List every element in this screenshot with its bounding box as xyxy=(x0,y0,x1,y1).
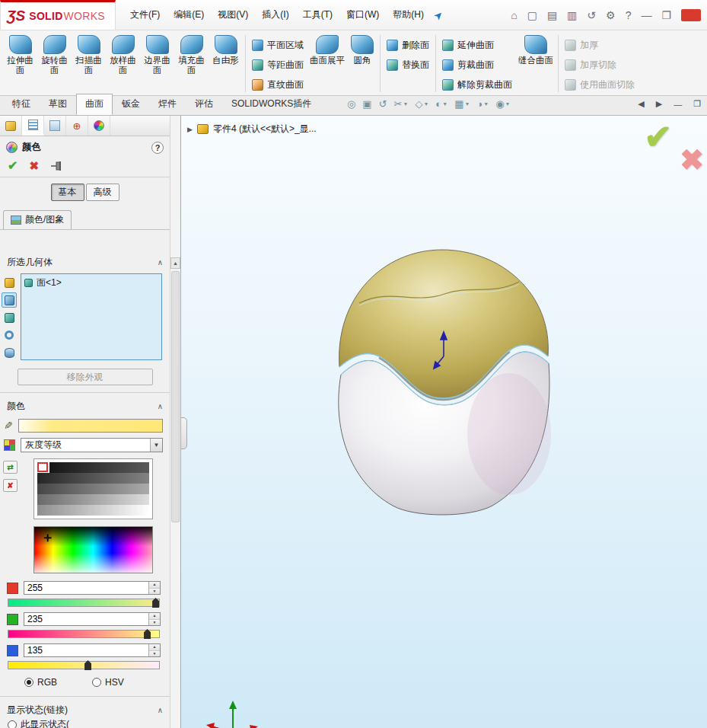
spin-up-icon[interactable]: ▲ xyxy=(149,613,160,620)
palette-row[interactable] xyxy=(37,505,149,516)
confirm-cancel-button[interactable]: ✖ xyxy=(680,143,704,177)
collapse-chevron-icon[interactable]: ∧ xyxy=(158,402,163,410)
geometry-list-item[interactable]: 面<1> xyxy=(21,274,161,292)
fillet-button[interactable]: 圆角 xyxy=(347,33,377,94)
extend-surface-button[interactable]: 延伸曲面 xyxy=(438,36,516,54)
palette-row[interactable] xyxy=(37,473,149,484)
collapse-chevron-icon[interactable]: ∧ xyxy=(158,258,163,267)
menu-window[interactable]: 窗口(W) xyxy=(339,5,386,25)
display-state-option[interactable]: 此显示状态( xyxy=(0,720,170,728)
scrollbar-thumb[interactable] xyxy=(171,271,180,522)
lofted-surface-button[interactable]: 放样曲面 xyxy=(106,33,140,94)
displaymanager-tab[interactable] xyxy=(88,116,110,136)
spin-down-icon[interactable]: ▼ xyxy=(149,589,160,595)
thickened-cut-button[interactable]: 加厚切除 xyxy=(561,56,639,74)
palette-row[interactable] xyxy=(37,462,149,473)
red-input[interactable] xyxy=(24,582,148,594)
blue-slider[interactable] xyxy=(8,659,160,671)
remove-swatch-button[interactable]: ✘ xyxy=(3,479,18,492)
planar-surface-button[interactable]: 平面区域 xyxy=(248,36,307,54)
filter-loop-button[interactable] xyxy=(2,327,17,343)
red-slider[interactable] xyxy=(8,597,160,608)
doc-restore-icon[interactable]: ❐ xyxy=(693,99,701,109)
keep-visible-pin-icon[interactable] xyxy=(50,161,64,171)
flyout-feature-tree[interactable]: ▶ 零件4 (默认<<默认>_显... xyxy=(187,123,317,136)
help-icon[interactable]: ? xyxy=(626,9,632,21)
offset-surface-button[interactable]: 等距曲面 xyxy=(248,56,307,74)
palette-dropdown[interactable]: 灰度等级 ▼ xyxy=(21,438,163,452)
spin-down-icon[interactable]: ▼ xyxy=(149,620,160,626)
dimxpertmanager-tab[interactable]: ⊕ xyxy=(66,116,88,136)
scrollbar-up-icon[interactable]: ▲ xyxy=(170,257,180,269)
menu-help[interactable]: 帮助(H) xyxy=(386,5,431,25)
zoom-area-icon[interactable]: ▣ xyxy=(362,98,371,110)
open-icon[interactable]: ▤ xyxy=(547,9,557,21)
tab-solidworks-addins[interactable]: SOLIDWORKS插件 xyxy=(222,94,320,115)
blue-input[interactable] xyxy=(24,644,148,656)
green-slider[interactable] xyxy=(8,628,160,640)
panel-scrollbar[interactable]: ▲ xyxy=(170,116,180,728)
tab-evaluate[interactable]: 评估 xyxy=(186,94,222,115)
filter-face-button[interactable] xyxy=(2,310,17,325)
collapse-chevron-icon[interactable]: ∧ xyxy=(158,706,163,714)
window-close-button[interactable] xyxy=(681,9,701,21)
palette-row[interactable] xyxy=(37,484,149,494)
confirm-ok-button[interactable]: ✔ xyxy=(644,117,672,156)
save-icon[interactable]: ▥ xyxy=(567,9,577,21)
panel-help-button[interactable]: ? xyxy=(151,142,164,154)
filter-part-button[interactable] xyxy=(2,275,17,290)
flatten-surface-button[interactable]: 曲面展平 xyxy=(307,33,347,94)
tab-surfaces[interactable]: 曲面 xyxy=(76,94,113,115)
section-view-icon[interactable]: ✂▼ xyxy=(394,98,409,110)
egg-model[interactable] xyxy=(330,244,559,525)
swept-surface-button[interactable]: 扫描曲面 xyxy=(72,33,106,94)
menu-file[interactable]: 文件(F) xyxy=(123,5,167,25)
home-icon[interactable]: ⌂ xyxy=(511,9,517,21)
hide-show-items-icon[interactable]: ▦▼ xyxy=(454,98,470,110)
knit-surface-button[interactable]: 缝合曲面 xyxy=(516,33,556,94)
graphics-viewport[interactable]: ▶ 零件4 (默认<<默认>_显... ✔ ✖ xyxy=(181,116,707,728)
color-spectrum-picker[interactable]: ✛ xyxy=(33,526,153,573)
hsv-radio[interactable]: HSV xyxy=(92,677,124,688)
replace-face-button[interactable]: 替换面 xyxy=(383,56,433,74)
palette-row[interactable] xyxy=(37,494,149,505)
extruded-surface-button[interactable]: 拉伸曲面 xyxy=(3,33,37,94)
green-input[interactable] xyxy=(24,613,148,625)
propertymanager-tab[interactable] xyxy=(22,116,44,136)
revolved-surface-button[interactable]: 旋转曲面 xyxy=(37,33,72,94)
basic-mode-button[interactable]: 基本 xyxy=(51,184,84,201)
undo-icon[interactable]: ↺ xyxy=(587,9,596,21)
view-orientation-icon[interactable]: ◇▼ xyxy=(415,98,428,110)
window-minimize-icon[interactable]: — xyxy=(641,9,651,21)
view-settings-icon[interactable]: ◉▼ xyxy=(495,98,510,110)
panel-splitter-grip[interactable] xyxy=(181,417,187,449)
tab-scroll-left-icon[interactable]: ◀ xyxy=(638,99,644,109)
dropdown-arrow-icon[interactable]: ▼ xyxy=(150,439,162,452)
options-icon[interactable]: ⚙ xyxy=(606,9,616,21)
remove-appearance-button[interactable]: 移除外观 xyxy=(18,369,153,385)
rgb-radio[interactable]: RGB xyxy=(24,677,57,688)
ruled-surface-button[interactable]: 直纹曲面 xyxy=(248,75,307,94)
add-swatch-button[interactable]: ⇄ xyxy=(3,461,18,474)
filter-body-button[interactable] xyxy=(2,292,17,308)
tree-expand-icon[interactable]: ▶ xyxy=(187,126,193,133)
cut-with-surface-button[interactable]: 使用曲面切除 xyxy=(561,75,639,94)
selected-geometry-listbox[interactable]: 面<1> xyxy=(21,273,162,360)
menu-insert[interactable]: 插入(I) xyxy=(255,5,295,25)
green-slider-track[interactable] xyxy=(8,630,160,638)
palette-icon[interactable] xyxy=(4,439,15,451)
untrim-surface-button[interactable]: 解除剪裁曲面 xyxy=(438,75,516,94)
zoom-fit-icon[interactable]: ◎ xyxy=(347,98,355,110)
display-style-icon[interactable]: ◐▼ xyxy=(435,98,447,110)
freeform-button[interactable]: 自由形 xyxy=(209,33,243,94)
cancel-button[interactable]: ✖ xyxy=(29,159,39,173)
advanced-mode-button[interactable]: 高级 xyxy=(86,184,119,201)
menu-view[interactable]: 视图(V) xyxy=(211,5,255,25)
tab-weldments[interactable]: 焊件 xyxy=(149,94,186,115)
edit-appearance-icon[interactable]: ◑▼ xyxy=(476,98,489,110)
pin-menubar-icon[interactable]: ➤ xyxy=(431,8,446,23)
eyedropper-icon[interactable]: ✎ xyxy=(4,420,13,432)
spin-up-icon[interactable]: ▲ xyxy=(149,582,160,589)
filter-feature-button[interactable] xyxy=(2,345,17,360)
tab-sheet-metal[interactable]: 钣金 xyxy=(113,94,149,115)
